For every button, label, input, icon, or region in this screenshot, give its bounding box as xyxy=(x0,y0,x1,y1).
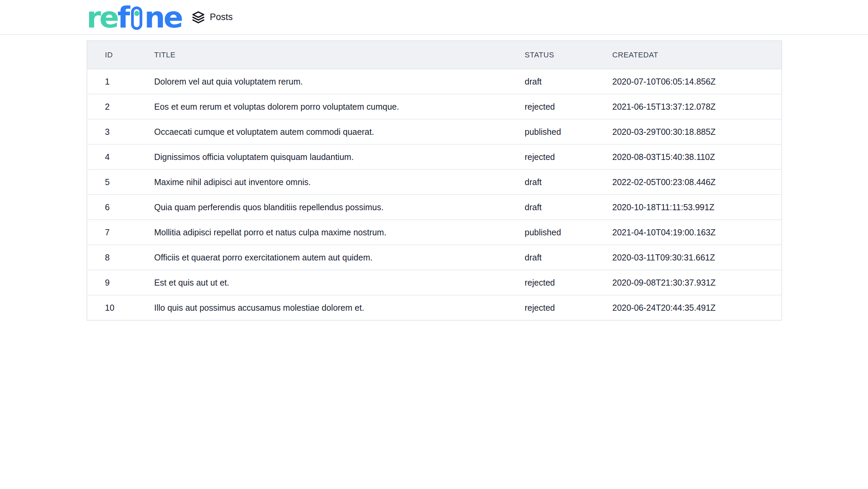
table-row: 10 Illo quis aut possimus accusamus mole… xyxy=(87,295,782,320)
cell-status: draft xyxy=(507,195,595,220)
cell-status: rejected xyxy=(507,270,595,295)
cell-id: 2 xyxy=(87,94,137,119)
cell-createdat: 2020-06-24T20:44:35.491Z xyxy=(595,295,782,320)
cell-id: 8 xyxy=(87,245,137,270)
cell-title: Eos et eum rerum et voluptas dolorem por… xyxy=(137,94,507,119)
posts-table: ID TITLE STATUS CREATEDAT 1 Dolorem vel … xyxy=(87,40,782,321)
cell-title: Illo quis aut possimus accusamus molesti… xyxy=(137,295,507,320)
cell-createdat: 2020-08-03T15:40:38.110Z xyxy=(595,144,782,169)
cell-id: 1 xyxy=(87,69,137,94)
cell-id: 9 xyxy=(87,270,137,295)
logo-i-pill xyxy=(131,6,142,30)
cell-id: 5 xyxy=(87,169,137,195)
cell-createdat: 2021-06-15T13:37:12.078Z xyxy=(595,94,782,119)
cell-title: Est et quis aut ut et. xyxy=(137,270,507,295)
nav-item-posts-label: Posts xyxy=(210,12,233,22)
table-row: 1 Dolorem vel aut quia voluptatem rerum.… xyxy=(87,69,782,94)
cell-id: 3 xyxy=(87,119,137,144)
table-row: 6 Quia quam perferendis quos blanditiis … xyxy=(87,195,782,220)
logo-text-re: re xyxy=(87,0,117,34)
cell-status: draft xyxy=(507,169,595,195)
table-header: ID TITLE STATUS CREATEDAT xyxy=(87,41,782,69)
table-row: 2 Eos et eum rerum et voluptas dolorem p… xyxy=(87,94,782,119)
logo-text-f: f xyxy=(117,0,128,34)
cell-createdat: 2022-02-05T00:23:08.446Z xyxy=(595,169,782,195)
cell-title: Officiis et quaerat porro exercitationem… xyxy=(137,245,507,270)
cell-createdat: 2020-07-10T06:05:14.856Z xyxy=(595,69,782,94)
column-header-title: TITLE xyxy=(137,41,507,69)
main-content: ID TITLE STATUS CREATEDAT 1 Dolorem vel … xyxy=(0,35,868,321)
cell-createdat: 2020-09-08T21:30:37.931Z xyxy=(595,270,782,295)
cell-status: draft xyxy=(507,69,595,94)
refine-logo[interactable]: refne xyxy=(87,3,182,32)
table-row: 3 Occaecati cumque et voluptatem autem c… xyxy=(87,119,782,144)
cell-createdat: 2021-04-10T04:19:00.163Z xyxy=(595,220,782,245)
column-header-status: STATUS xyxy=(507,41,595,69)
cell-title: Maxime nihil adipisci aut inventore omni… xyxy=(137,169,507,195)
top-nav: refne Posts xyxy=(0,0,868,35)
nav-item-posts[interactable]: Posts xyxy=(192,11,233,24)
cell-status: published xyxy=(507,119,595,144)
cell-title: Quia quam perferendis quos blanditiis re… xyxy=(137,195,507,220)
table-header-row: ID TITLE STATUS CREATEDAT xyxy=(87,41,782,69)
table-row: 7 Mollitia adipisci repellat porro et na… xyxy=(87,220,782,245)
table-row: 4 Dignissimos officia voluptatem quisqua… xyxy=(87,144,782,169)
cell-id: 6 xyxy=(87,195,137,220)
cell-status: draft xyxy=(507,245,595,270)
cell-title: Dignissimos officia voluptatem quisquam … xyxy=(137,144,507,169)
cell-id: 10 xyxy=(87,295,137,320)
table-body: 1 Dolorem vel aut quia voluptatem rerum.… xyxy=(87,69,782,320)
table-row: 5 Maxime nihil adipisci aut inventore om… xyxy=(87,169,782,195)
logo-i-dot xyxy=(134,11,139,16)
cell-id: 7 xyxy=(87,220,137,245)
cell-title: Mollitia adipisci repellat porro et natu… xyxy=(137,220,507,245)
cell-title: Occaecati cumque et voluptatem autem com… xyxy=(137,119,507,144)
layers-icon xyxy=(192,11,205,24)
cell-createdat: 2020-03-11T09:30:31.661Z xyxy=(595,245,782,270)
cell-id: 4 xyxy=(87,144,137,169)
column-header-createdat: CREATEDAT xyxy=(595,41,782,69)
cell-createdat: 2020-03-29T00:30:18.885Z xyxy=(595,119,782,144)
cell-status: rejected xyxy=(507,295,595,320)
column-header-id: ID xyxy=(87,41,137,69)
cell-title: Dolorem vel aut quia voluptatem rerum. xyxy=(137,69,507,94)
table-row: 8 Officiis et quaerat porro exercitation… xyxy=(87,245,782,270)
table-row: 9 Est et quis aut ut et. rejected 2020-0… xyxy=(87,270,782,295)
cell-status: rejected xyxy=(507,144,595,169)
cell-status: published xyxy=(507,220,595,245)
cell-createdat: 2020-10-18T11:11:53.991Z xyxy=(595,195,782,220)
logo-text-ne: ne xyxy=(144,0,182,34)
cell-status: rejected xyxy=(507,94,595,119)
